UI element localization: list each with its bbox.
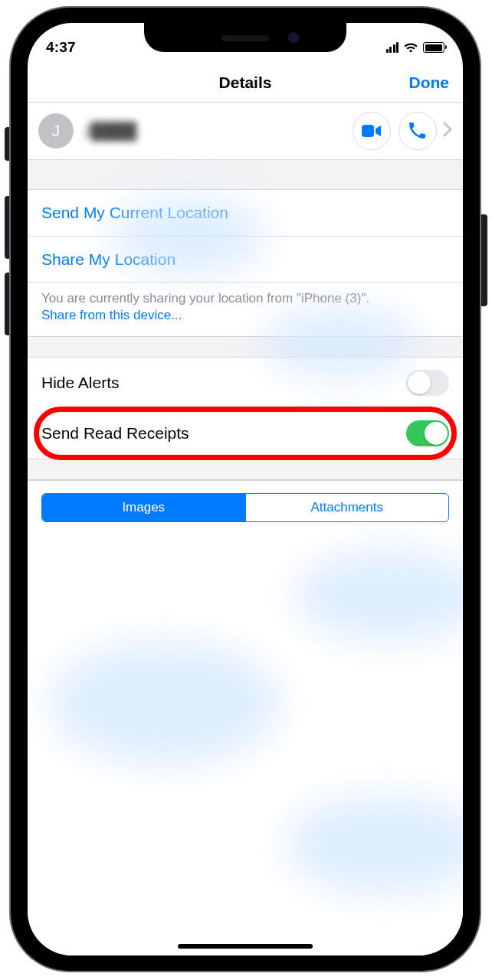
chevron-right-icon xyxy=(443,122,452,140)
phone-volume-up xyxy=(5,196,11,259)
done-button[interactable]: Done xyxy=(409,74,450,92)
share-my-location-button[interactable]: Share My Location xyxy=(28,236,463,282)
location-sharing-note: You are currently sharing your location … xyxy=(28,282,463,336)
phone-notch xyxy=(144,23,346,52)
section-gap xyxy=(28,459,463,480)
wifi-icon xyxy=(403,42,418,53)
phone-mute-switch xyxy=(5,127,11,161)
page-title: Details xyxy=(219,74,272,92)
phone-icon xyxy=(409,122,426,139)
attachments-content xyxy=(28,534,463,956)
row-label: Hide Alerts xyxy=(41,374,406,392)
attachments-section: Images Attachments xyxy=(28,480,463,534)
facetime-video-button[interactable] xyxy=(353,112,391,150)
segmented-control: Images Attachments xyxy=(41,493,449,522)
call-button[interactable] xyxy=(399,112,437,150)
row-label: Share My Location xyxy=(41,250,175,269)
send-read-receipts-row: Send Read Receipts xyxy=(28,408,463,459)
note-text: You are currently sharing your location … xyxy=(41,291,369,305)
images-tab[interactable]: Images xyxy=(42,494,245,521)
video-camera-icon xyxy=(362,124,382,138)
send-current-location-button[interactable]: Send My Current Location xyxy=(28,190,463,236)
phone-side-button xyxy=(481,214,487,306)
home-indicator xyxy=(178,944,313,949)
contact-row[interactable]: J J████ xyxy=(28,103,463,159)
send-read-receipts-toggle[interactable] xyxy=(406,420,449,446)
row-label: Send My Current Location xyxy=(41,204,228,222)
phone-volume-down xyxy=(5,273,11,335)
row-label: Send Read Receipts xyxy=(41,424,406,443)
hide-alerts-toggle[interactable] xyxy=(406,370,449,396)
hide-alerts-row: Hide Alerts xyxy=(28,358,463,408)
battery-icon xyxy=(423,42,444,53)
contact-name: J████ xyxy=(83,122,136,140)
screen: 4:37 Details Done J J████ xyxy=(28,23,463,956)
phone-frame: 4:37 Details Done J J████ xyxy=(11,8,480,971)
cellular-signal-icon xyxy=(386,42,399,53)
nav-bar: Details Done xyxy=(28,63,463,103)
share-from-this-device-link[interactable]: Share from this device... xyxy=(41,308,182,322)
status-time: 4:37 xyxy=(46,39,76,56)
section-gap xyxy=(28,336,463,358)
svg-rect-0 xyxy=(362,125,374,137)
section-gap xyxy=(28,159,463,190)
attachments-tab[interactable]: Attachments xyxy=(245,494,449,521)
contact-avatar: J xyxy=(38,113,74,149)
